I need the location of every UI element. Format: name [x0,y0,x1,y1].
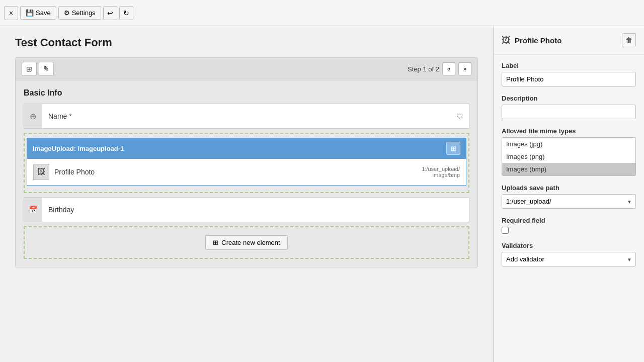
birthday-field-label: Birthday [42,202,469,218]
settings-button[interactable]: ⚙ Settings [58,6,101,20]
birthday-field-handle: 📅 [24,198,42,222]
uploads-path-select[interactable]: 1:/user_upload/ [502,194,636,209]
uploads-path-select-wrapper: 1:/user_upload/ [502,194,636,209]
name-field-row[interactable]: ⊕ Name * 🛡 [24,104,469,129]
mime-types-group: Allowed file mime types Images (jpg) Ima… [502,127,636,176]
panel-header-left: 🖼 Profile Photo [502,35,561,46]
form-view-btn-2[interactable]: ✎ [39,62,54,76]
required-checkbox-row [502,227,636,234]
image-field-icon: 🖼 [33,164,49,180]
save-button[interactable]: 💾 Save [20,6,56,20]
form-header: ⊞ ✎ Step 1 of 2 « » [16,58,477,80]
panel-header-title: Profile Photo [515,36,561,45]
undo-button[interactable]: ↩ [103,6,117,20]
form-builder: ⊞ ✎ Step 1 of 2 « » Basic Info [15,57,478,267]
calendar-icon: 📅 [29,206,37,214]
uploads-path-group: Uploads save path 1:/user_upload/ [502,184,636,209]
form-view-btn-1[interactable]: ⊞ [22,62,37,76]
page-title: Test Contact Form [15,36,478,49]
mime-item-jpg[interactable]: Images (jpg) [502,138,635,150]
selected-element[interactable]: ImageUpload: imageupload-1 ⊞ 🖼 Profile P… [27,138,466,186]
panel-header-icon: 🖼 [502,35,511,46]
create-icon: ⊞ [213,239,218,246]
create-zone: ⊞ Create new element [24,226,469,259]
name-field-handle: ⊕ [24,104,42,128]
selected-element-title: ImageUpload: imageupload-1 [33,145,124,152]
save-label: Save [36,9,51,17]
right-panel: 🖼 Profile Photo 🗑 Label Description Allo… [493,26,644,362]
form-body: Basic Info ⊕ Name * 🛡 ImageUpload: image… [16,80,477,267]
form-view-icon-2: ✎ [43,65,49,73]
validators-select-wrapper: Add validator [502,252,636,266]
validators-label: Validators [502,242,636,249]
step-text: Step 1 of 2 [408,65,439,73]
section-title: Basic Info [24,88,469,98]
settings-icon: ⚙ [64,9,70,17]
create-element-button[interactable]: ⊞ Create new element [205,235,287,250]
form-view-icon-1: ⊞ [26,65,32,73]
panel-delete-button[interactable]: 🗑 [622,33,636,47]
edit-icon: ⊞ [451,145,456,152]
mime-item-png[interactable]: Images (png) [502,150,635,163]
label-field-label: Label [502,62,636,69]
description-label: Description [502,95,636,102]
form-header-left: ⊞ ✎ [22,62,54,76]
description-input[interactable] [502,105,636,119]
panel-body: Label Description Allowed file mime type… [494,55,644,282]
mime-types-label: Allowed file mime types [502,127,636,135]
save-icon: 💾 [26,9,34,17]
selected-element-header: ImageUpload: imageupload-1 ⊞ [27,138,466,159]
move-icon: ⊕ [30,112,36,121]
selected-element-edit-btn[interactable]: ⊞ [446,142,460,155]
next-step-button[interactable]: » [458,62,471,75]
toolbar: × 💾 Save ⚙ Settings ↩ ↻ [0,0,644,26]
uploads-path-label: Uploads save path [502,184,636,192]
close-button[interactable]: × [4,6,18,20]
birthday-field-row[interactable]: 📅 Birthday [24,197,469,222]
required-checkbox[interactable] [502,227,509,234]
validators-select[interactable]: Add validator [502,252,636,266]
selected-element-body: 🖼 Profile Photo 1:/user_upload/ image/bm… [27,159,466,186]
prev-step-button[interactable]: « [442,62,455,75]
redo-button[interactable]: ↻ [119,6,133,20]
image-field-label: Profile Photo [54,168,417,176]
description-field-group: Description [502,95,636,119]
create-label: Create new element [221,239,280,246]
center-area: Test Contact Form ⊞ ✎ Step 1 of 2 « » [0,26,493,362]
main-layout: Test Contact Form ⊞ ✎ Step 1 of 2 « » [0,26,644,362]
name-field-label: Name * [42,108,451,124]
image-field-meta: 1:/user_upload/ image/bmp [422,166,460,178]
name-field-shield-icon: 🛡 [451,112,469,120]
settings-label: Settings [72,9,96,17]
label-field-group: Label [502,62,636,86]
step-nav: Step 1 of 2 « » [408,62,471,75]
trash-icon: 🗑 [625,36,632,44]
panel-header: 🖼 Profile Photo 🗑 [494,26,644,55]
mime-listbox: Images (jpg) Images (png) Images (bmp) [502,137,636,176]
required-field-group: Required field [502,217,636,234]
validators-group: Validators Add validator [502,242,636,266]
drop-zone: ImageUpload: imageupload-1 ⊞ 🖼 Profile P… [24,133,469,193]
required-label: Required field [502,217,636,224]
label-input[interactable] [502,72,636,86]
mime-item-bmp[interactable]: Images (bmp) [502,163,635,175]
